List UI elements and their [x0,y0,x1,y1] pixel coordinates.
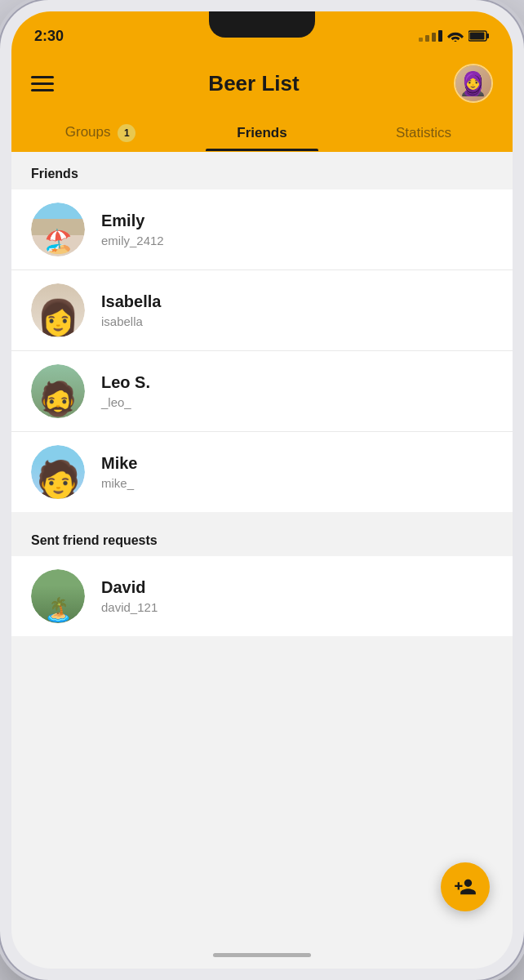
phone-frame: 2:30 [0,0,524,980]
friend-name: David [101,578,493,597]
friend-info: Isabella isabella [101,292,493,328]
tab-statistics[interactable]: Statistics [343,114,504,151]
signal-icon [419,30,442,42]
header-avatar[interactable]: 🧕 [454,64,493,103]
friend-username: emily_2412 [101,234,493,247]
add-friend-button[interactable] [441,862,490,911]
tab-friends[interactable]: Friends [181,114,343,151]
friend-info: Leo S. _leo_ [101,373,493,409]
hamburger-menu-button[interactable] [31,76,54,91]
add-person-icon [454,875,477,898]
list-item[interactable]: Emily emily_2412 [11,189,513,270]
requests-section-header: Sent friend requests [11,519,513,556]
avatar [31,569,85,623]
friend-username: mike_ [101,476,493,490]
friend-name: Isabella [101,292,493,311]
list-item[interactable]: Isabella isabella [11,270,513,351]
app-header: Beer List 🧕 [11,54,513,113]
friend-username: isabella [101,314,493,328]
requests-list: David david_121 [11,556,513,636]
svg-rect-2 [470,33,485,40]
status-time: 2:30 [34,28,64,45]
friend-name: Leo S. [101,373,493,392]
tabs-bar: Groups 1 Friends Statistics [11,113,513,152]
friend-info: Emily emily_2412 [101,212,493,247]
avatar [31,283,85,337]
app-title: Beer List [208,71,299,96]
friend-info: David david_121 [101,578,493,614]
friend-username: _leo_ [101,395,493,409]
list-item[interactable]: Mike mike_ [11,432,513,512]
notch [209,11,315,38]
wifi-icon [447,30,464,42]
friends-section-header: Friends [11,152,513,189]
avatar [31,203,85,256]
tab-groups[interactable]: Groups 1 [20,113,181,152]
home-indicator [213,953,311,957]
svg-rect-1 [486,33,489,38]
friend-info: Mike mike_ [101,454,493,490]
friend-username: david_121 [101,600,493,614]
list-item[interactable]: Leo S. _leo_ [11,351,513,432]
list-item[interactable]: David david_121 [11,556,513,636]
avatar [31,445,85,499]
battery-icon [468,30,490,42]
friend-name: Emily [101,212,493,230]
status-icons [419,30,490,42]
avatar [31,364,85,418]
friends-list: Emily emily_2412 Isabella isabella [11,189,513,512]
friend-name: Mike [101,454,493,473]
phone-screen: 2:30 [11,11,513,969]
content-area: Friends Emily emily_2412 [11,152,513,636]
groups-badge: 1 [118,124,135,142]
